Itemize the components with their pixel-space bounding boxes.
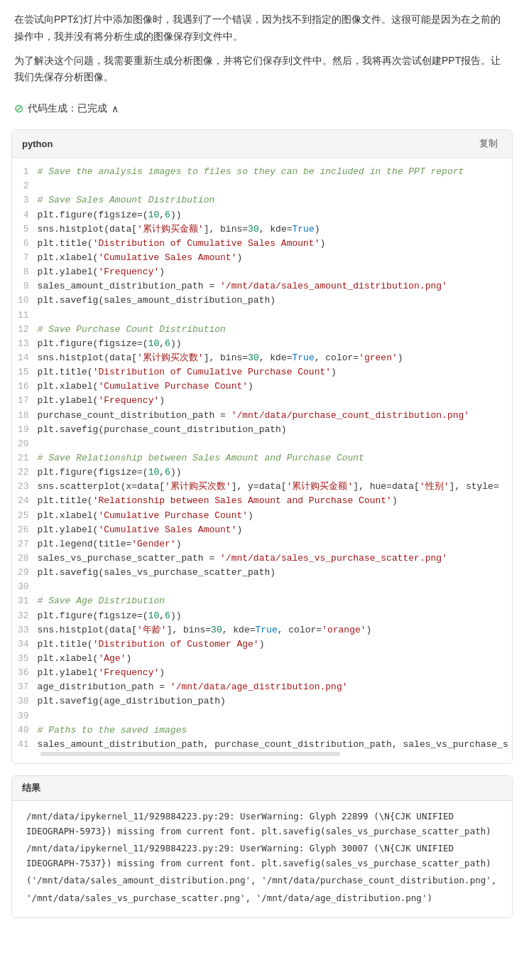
code-line: 29 plt.savefig(sales_vs_purchase_scatter… — [12, 566, 512, 580]
line-content: sales_amount_distribution_path, purchase… — [38, 738, 512, 752]
line-content: sns.histplot(data['累计购买次数'], bins=30, kd… — [38, 351, 512, 365]
code-line: 22 plt.figure(figsize=(10,6)) — [12, 465, 512, 480]
line-number: 16 — [12, 379, 38, 394]
line-content — [38, 580, 512, 594]
line-content: plt.savefig(sales_vs_purchase_scatter_pa… — [38, 566, 512, 580]
line-number: 3 — [12, 193, 38, 208]
line-number: 28 — [12, 551, 38, 566]
line-content: plt.xlabel('Cumulative Purchase Count') — [38, 509, 512, 523]
line-number: 20 — [12, 437, 38, 451]
code-line: 40 # Paths to the saved images — [12, 723, 512, 738]
code-line: 17 plt.ylabel('Frequency') — [12, 394, 512, 408]
chevron-icon: ∧ — [111, 103, 119, 114]
line-content: plt.ylabel('Cumulative Sales Amount') — [38, 523, 512, 537]
code-line: 31 # Save Age Distribution — [12, 594, 512, 608]
code-line: 25 plt.xlabel('Cumulative Purchase Count… — [12, 509, 512, 523]
code-line: 7 plt.xlabel('Cumulative Sales Amount') — [12, 251, 512, 265]
line-number: 2 — [12, 179, 38, 193]
code-block: python 复制 1 # Save the analysis images t… — [11, 129, 513, 764]
code-line: 32 plt.figure(figsize=(10,6)) — [12, 609, 512, 623]
line-content: plt.savefig(purchase_count_distribution_… — [38, 423, 512, 437]
line-content: age_distribution_path = '/mnt/data/age_d… — [38, 680, 512, 694]
line-number: 6 — [12, 237, 38, 251]
code-line: 35 plt.xlabel('Age') — [12, 652, 512, 666]
code-line: 19 plt.savefig(purchase_count_distributi… — [12, 423, 512, 437]
line-number: 30 — [12, 580, 38, 594]
line-content: plt.savefig(age_distribution_path) — [38, 694, 512, 709]
line-content — [38, 709, 512, 723]
code-line: 21 # Save Relationship between Sales Amo… — [12, 451, 512, 465]
line-number: 8 — [12, 265, 38, 279]
line-content: # Paths to the saved images — [38, 723, 512, 738]
line-content: sns.histplot(data['累计购买金额'], bins=30, kd… — [38, 222, 512, 237]
line-content: plt.figure(figsize=(10,6)) — [38, 337, 512, 351]
line-number: 38 — [12, 694, 38, 709]
result-line: /mnt/data/ipykernel_11/929884223.py:29: … — [26, 809, 498, 839]
line-content: sales_vs_purchase_scatter_path = '/mnt/d… — [38, 551, 512, 566]
code-line: 9 sales_amount_distribution_path = '/mnt… — [12, 279, 512, 294]
code-line: 12 # Save Purchase Count Distribution — [12, 323, 512, 337]
code-line: 24 plt.title('Relationship between Sales… — [12, 494, 512, 508]
line-content: plt.ylabel('Frequency') — [38, 394, 512, 408]
line-content: plt.savefig(sales_amount_distribution_pa… — [38, 294, 512, 308]
line-number: 7 — [12, 251, 38, 265]
line-content: plt.figure(figsize=(10,6)) — [38, 465, 512, 480]
line-number: 40 — [12, 723, 38, 738]
line-content: # Save Relationship between Sales Amount… — [38, 451, 512, 465]
code-line: 23 sns.scatterplot(x=data['累计购买次数'], y=d… — [12, 480, 512, 494]
line-number: 11 — [12, 308, 38, 323]
line-content: plt.xlabel('Cumulative Purchase Count') — [38, 379, 512, 394]
line-number: 39 — [12, 709, 38, 723]
code-line: 28 sales_vs_purchase_scatter_path = '/mn… — [12, 551, 512, 566]
line-number: 24 — [12, 494, 38, 508]
line-number: 10 — [12, 294, 38, 308]
line-number: 17 — [12, 394, 38, 408]
status-label: 代码生成：已完成 — [28, 102, 107, 115]
code-line: 36 plt.ylabel('Frequency') — [12, 666, 512, 680]
result-header: 结果 — [12, 776, 512, 801]
line-number: 13 — [12, 337, 38, 351]
line-number: 12 — [12, 323, 38, 337]
line-number: 15 — [12, 365, 38, 379]
line-content: purchase_count_distribution_path = '/mnt… — [38, 409, 512, 423]
horizontal-scrollbar[interactable] — [40, 752, 340, 756]
line-number: 41 — [12, 738, 38, 752]
code-line: 8 plt.ylabel('Frequency') — [12, 265, 512, 279]
line-content — [38, 437, 512, 451]
code-line: 20 — [12, 437, 512, 451]
code-line: 33 sns.histplot(data['年龄'], bins=30, kde… — [12, 623, 512, 637]
line-content: plt.title('Distribution of Cumulative Sa… — [38, 237, 512, 251]
intro-para1: 在尝试向PPT幻灯片中添加图像时，我遇到了一个错误，因为找不到指定的图像文件。这… — [14, 11, 510, 45]
line-content: plt.title('Relationship between Sales Am… — [38, 494, 512, 508]
code-lang-label: python — [22, 139, 53, 149]
line-number: 35 — [12, 652, 38, 666]
line-content: # Save Purchase Count Distribution — [38, 323, 512, 337]
line-number: 9 — [12, 279, 38, 294]
code-line: 30 — [12, 580, 512, 594]
line-content: plt.title('Distribution of Customer Age'… — [38, 637, 512, 652]
line-content: sns.scatterplot(x=data['累计购买次数'], y=data… — [38, 480, 512, 494]
code-line: 15 plt.title('Distribution of Cumulative… — [12, 365, 512, 379]
line-content: # Save Age Distribution — [38, 594, 512, 608]
line-number: 21 — [12, 451, 38, 465]
code-line: 1 # Save the analysis images to files so… — [12, 165, 512, 179]
code-body: 1 # Save the analysis images to files so… — [12, 158, 512, 763]
line-number: 5 — [12, 222, 38, 237]
line-content: sns.histplot(data['年龄'], bins=30, kde=Tr… — [38, 623, 512, 637]
line-number: 31 — [12, 594, 38, 608]
line-number: 26 — [12, 523, 38, 537]
line-content: plt.legend(title='Gender') — [38, 537, 512, 551]
result-block: 结果 /mnt/data/ipykernel_11/929884223.py:2… — [11, 775, 513, 918]
copy-button[interactable]: 复制 — [475, 136, 502, 151]
code-line: 16 plt.xlabel('Cumulative Purchase Count… — [12, 379, 512, 394]
code-line: 3 # Save Sales Amount Distribution — [12, 193, 512, 208]
line-number: 18 — [12, 409, 38, 423]
code-line: 18 purchase_count_distribution_path = '/… — [12, 409, 512, 423]
line-content: plt.title('Distribution of Cumulative Pu… — [38, 365, 512, 379]
line-number: 32 — [12, 609, 38, 623]
code-line: 34 plt.title('Distribution of Customer A… — [12, 637, 512, 652]
line-content: # Save Sales Amount Distribution — [38, 193, 512, 208]
code-table: 1 # Save the analysis images to files so… — [12, 165, 512, 752]
line-number: 25 — [12, 509, 38, 523]
line-number: 14 — [12, 351, 38, 365]
